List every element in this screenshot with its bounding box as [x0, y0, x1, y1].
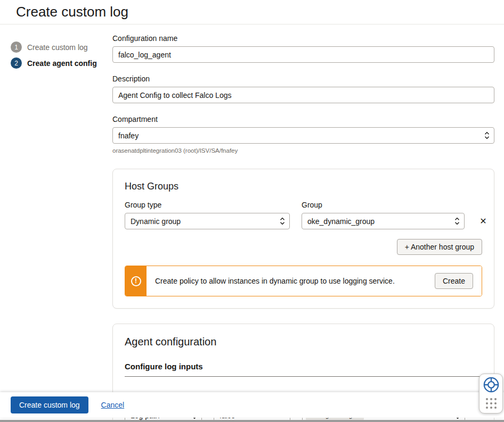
grid-dot — [490, 398, 492, 400]
compartment-select[interactable]: fnafey — [112, 127, 494, 144]
window-bottom-edge — [0, 420, 504, 422]
compartment-label: Compartment — [112, 115, 494, 123]
page-header: Create custom log — [0, 0, 504, 24]
cancel-link[interactable]: Cancel — [101, 401, 125, 409]
grid-dot — [490, 407, 492, 409]
chevron-updown-icon — [484, 131, 490, 139]
group-type-select[interactable]: Dynamic group — [125, 213, 290, 229]
warning-exclamation: ! — [135, 277, 137, 285]
ask-oracle-help-button[interactable] — [482, 376, 500, 394]
create-policy-button[interactable]: Create — [435, 273, 473, 289]
host-groups-card: Host Groups Group type Dynamic group Gro… — [112, 169, 494, 309]
warning-icon: ! — [131, 276, 141, 286]
grid-dot — [494, 398, 497, 400]
configuration-name-label: Configuration name — [112, 34, 494, 43]
help-widget — [479, 374, 503, 413]
policy-warning-body: Create policy to allow instances in dyna… — [147, 266, 482, 296]
description-label: Description — [112, 75, 494, 83]
compartment-path-helper: orasenatdpltintegration03 (root)/ISV/SA/… — [112, 147, 494, 154]
step-2-badge: 2 — [11, 57, 22, 69]
group-type-selected-value: Dynamic group — [131, 217, 181, 226]
step-1-badge: 1 — [11, 42, 22, 53]
group-field: Group oke_dynamic_group — [302, 201, 465, 229]
wizard-stepper: 1 Create custom log 2 Create agent confi… — [11, 32, 112, 73]
host-group-row: Group type Dynamic group Group oke_dynam… — [125, 201, 482, 229]
footer-action-bar: Create custom log Cancel — [0, 392, 504, 418]
grid-dot — [486, 407, 488, 409]
grid-dot — [494, 402, 497, 404]
configuration-name-field: Configuration name — [112, 34, 494, 63]
agent-configuration-title: Agent configuration — [125, 336, 482, 348]
step-1-label: Create custom log — [27, 43, 88, 52]
group-type-label: Group type — [125, 201, 290, 209]
grid-dot — [486, 398, 488, 400]
group-select[interactable]: oke_dynamic_group — [302, 213, 465, 229]
page-title: Create custom log — [16, 4, 128, 20]
create-custom-log-button[interactable]: Create custom log — [11, 396, 88, 413]
grid-dot — [486, 402, 488, 404]
description-input[interactable] — [112, 87, 494, 103]
form-area: Configuration name Description Compartme… — [112, 32, 494, 422]
grid-dot — [494, 407, 497, 409]
host-groups-title: Host Groups — [125, 181, 482, 192]
warning-accent-bar: ! — [125, 266, 147, 296]
compartment-field: Compartment fnafey orasenatdpltintegrati… — [112, 115, 494, 154]
description-field: Description — [112, 75, 494, 103]
another-host-group-button[interactable]: + Another host group — [397, 239, 482, 255]
configure-log-inputs-title: Configure log inputs — [125, 362, 482, 371]
close-icon: ✕ — [479, 216, 486, 226]
group-label: Group — [302, 201, 465, 209]
host-group-actions: + Another host group — [125, 239, 482, 255]
policy-warning-message: Create policy to allow instances in dyna… — [155, 277, 395, 285]
help-ring-icon — [483, 376, 500, 395]
quick-actions-grid-button[interactable] — [485, 397, 498, 410]
stepper-step-create-custom-log[interactable]: 1 Create custom log — [11, 42, 112, 53]
section-divider — [125, 376, 482, 377]
page-body: 1 Create custom log 2 Create agent confi… — [0, 24, 504, 422]
stepper-step-create-agent-config[interactable]: 2 Create agent config — [11, 57, 112, 69]
grid-dot — [490, 402, 492, 404]
step-2-label: Create agent config — [27, 59, 97, 68]
configuration-name-input[interactable] — [112, 46, 494, 63]
remove-host-group-button[interactable]: ✕ — [476, 213, 490, 229]
policy-warning-banner: ! Create policy to allow instances in dy… — [125, 266, 482, 296]
create-custom-log-page: Create custom log 1 Create custom log 2 … — [0, 0, 504, 422]
group-selected-value: oke_dynamic_group — [307, 217, 375, 226]
chevron-updown-icon — [280, 217, 285, 225]
group-type-field: Group type Dynamic group — [125, 201, 290, 229]
compartment-selected-value: fnafey — [118, 131, 139, 140]
chevron-updown-icon — [454, 217, 460, 225]
